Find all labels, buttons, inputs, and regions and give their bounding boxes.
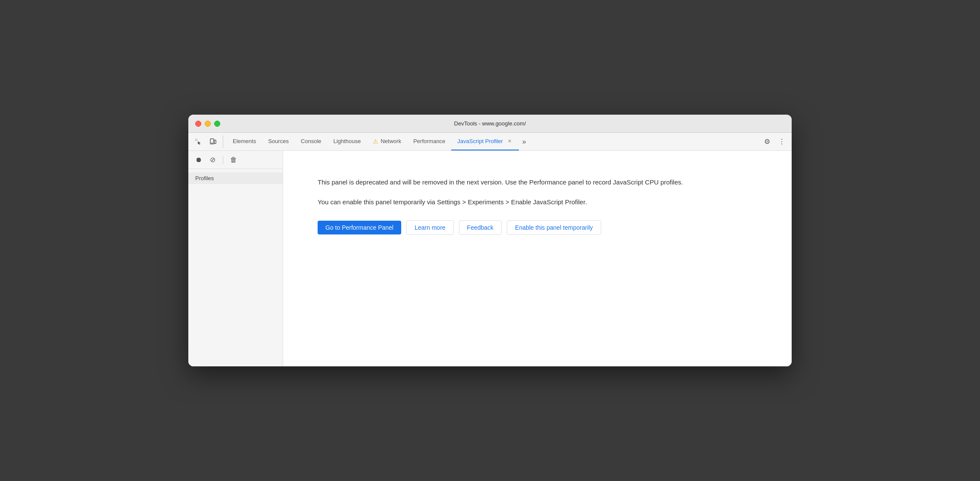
- record-icon: ⏺: [195, 156, 202, 164]
- minimize-button[interactable]: [205, 121, 211, 127]
- tab-elements[interactable]: Elements: [227, 133, 262, 150]
- go-to-performance-button[interactable]: Go to Performance Panel: [318, 221, 401, 234]
- toolbar-right-actions: ⚙ ⋮: [761, 135, 788, 148]
- tab-js-profiler-close[interactable]: ✕: [507, 138, 513, 144]
- learn-more-button[interactable]: Learn more: [406, 220, 454, 235]
- more-icon: ⋮: [778, 137, 785, 146]
- traffic-lights: [195, 121, 220, 127]
- toolbar-tool-icons: [192, 135, 223, 148]
- feedback-button[interactable]: Feedback: [459, 220, 502, 235]
- tab-sources-label: Sources: [268, 138, 289, 144]
- tab-elements-label: Elements: [233, 138, 256, 144]
- network-warning-icon: ⚠: [373, 138, 378, 145]
- deprecation-message: This panel is deprecated and will be rem…: [318, 177, 683, 235]
- sidebar-divider: [223, 156, 223, 164]
- sidebar: ⏺ ⊘ 🗑 Profiles: [188, 151, 283, 366]
- tab-lighthouse-label: Lighthouse: [334, 138, 361, 144]
- tab-lighthouse[interactable]: Lighthouse: [328, 133, 367, 150]
- settings-icon: ⚙: [764, 137, 770, 146]
- content-area: ⏺ ⊘ 🗑 Profiles This panel is de: [188, 151, 792, 366]
- svg-rect-5: [214, 140, 216, 144]
- stop-button[interactable]: ⊘: [207, 155, 218, 165]
- tab-console-label: Console: [301, 138, 321, 144]
- maximize-button[interactable]: [214, 121, 220, 127]
- window-title: DevTools - www.google.com/: [454, 120, 526, 127]
- tabs-container: Elements Sources Console Lighthouse ⚠ Ne…: [227, 133, 761, 150]
- close-button[interactable]: [195, 121, 201, 127]
- tab-sources[interactable]: Sources: [262, 133, 295, 150]
- panel-content: This panel is deprecated and will be rem…: [283, 151, 792, 366]
- devtools-window: DevTools - www.google.com/: [188, 115, 792, 366]
- enable-temporarily-button[interactable]: Enable this panel temporarily: [507, 220, 601, 235]
- record-button[interactable]: ⏺: [194, 155, 204, 165]
- tab-overflow-button[interactable]: »: [519, 133, 530, 150]
- delete-button[interactable]: 🗑: [228, 155, 239, 165]
- deprecation-paragraph-2: You can enable this panel temporarily vi…: [318, 197, 683, 208]
- settings-button[interactable]: ⚙: [761, 135, 774, 148]
- svg-rect-2: [195, 140, 196, 141]
- tab-performance-label: Performance: [413, 138, 445, 144]
- delete-icon: 🗑: [230, 156, 237, 164]
- svg-rect-3: [197, 140, 197, 141]
- tab-js-profiler[interactable]: JavaScript Profiler ✕: [451, 133, 518, 150]
- svg-rect-1: [197, 139, 197, 140]
- sidebar-profiles-section: Profiles: [188, 169, 283, 187]
- action-buttons: Go to Performance Panel Learn more Feedb…: [318, 220, 683, 235]
- more-options-button[interactable]: ⋮: [775, 135, 788, 148]
- deprecation-paragraph-1: This panel is deprecated and will be rem…: [318, 177, 683, 188]
- window-body: Elements Sources Console Lighthouse ⚠ Ne…: [188, 133, 792, 366]
- sidebar-toolbar: ⏺ ⊘ 🗑: [188, 151, 283, 169]
- tab-network[interactable]: ⚠ Network: [367, 133, 407, 150]
- titlebar: DevTools - www.google.com/: [188, 115, 792, 133]
- device-toolbar-icon[interactable]: [206, 135, 219, 148]
- profiles-label: Profiles: [188, 172, 283, 184]
- tab-console[interactable]: Console: [295, 133, 328, 150]
- tab-network-label: Network: [381, 138, 401, 144]
- tab-performance[interactable]: Performance: [407, 133, 451, 150]
- stop-icon: ⊘: [210, 156, 215, 164]
- tab-js-profiler-label: JavaScript Profiler: [457, 138, 502, 144]
- cursor-icon[interactable]: [192, 135, 205, 148]
- devtools-toolbar: Elements Sources Console Lighthouse ⚠ Ne…: [188, 133, 792, 151]
- svg-rect-0: [195, 139, 196, 140]
